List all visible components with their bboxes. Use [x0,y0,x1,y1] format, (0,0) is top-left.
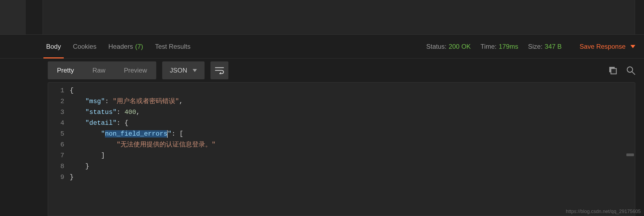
line-number: 5 [48,129,70,139]
time-value: 179ms [499,43,518,50]
svg-line-3 [632,72,635,74]
tab-test-results[interactable]: Test Results [155,35,190,58]
tab-body[interactable]: Body [46,35,61,58]
line-number: 3 [48,107,70,118]
line-number: 1 [48,85,70,96]
tab-cookies[interactable]: Cookies [73,35,97,58]
scrollbar-marker[interactable] [626,153,634,156]
save-response-button[interactable]: Save Response [580,43,635,50]
view-mode-group: Pretty Raw Preview [48,61,156,79]
line-number: 7 [48,150,70,161]
view-mode-raw[interactable]: Raw [83,61,115,79]
view-mode-preview[interactable]: Preview [115,61,156,79]
svg-rect-1 [611,68,616,74]
format-select[interactable]: JSON [162,61,205,79]
request-body-area [0,0,644,35]
request-gutter [0,0,43,34]
search-icon [626,66,635,75]
status-stat: Status:200 OK [426,43,471,50]
line-number: 4 [48,118,70,129]
selected-text: non_field_errors [105,130,167,138]
line-number: 9 [48,172,70,183]
status-value: 200 OK [449,43,471,50]
chevron-down-icon [193,69,197,72]
copy-icon [608,66,617,75]
copy-button[interactable] [608,66,617,75]
line-number: 2 [48,96,70,107]
chevron-down-icon [630,45,635,48]
line-number: 6 [48,139,70,150]
view-mode-pretty[interactable]: Pretty [48,61,83,79]
line-number: 8 [48,161,70,172]
size-value: 347 B [545,43,562,50]
size-stat: Size:347 B [528,43,562,50]
response-body-viewer[interactable]: 1{ 2 "msg": "用户名或者密码错误", 3 "status": 400… [48,82,635,216]
response-header-bar: Body Cookies Headers(7) Test Results Sta… [0,35,644,58]
time-stat: Time:179ms [480,43,518,50]
headers-count: (7) [135,43,143,50]
response-toolbar: Pretty Raw Preview JSON [0,58,644,82]
search-button[interactable] [626,66,635,75]
wrap-icon [215,67,224,74]
wrap-lines-button[interactable] [211,61,228,79]
watermark: https://blog.csdn.net/qq_29175605 [566,209,641,214]
tab-headers[interactable]: Headers(7) [108,35,143,58]
